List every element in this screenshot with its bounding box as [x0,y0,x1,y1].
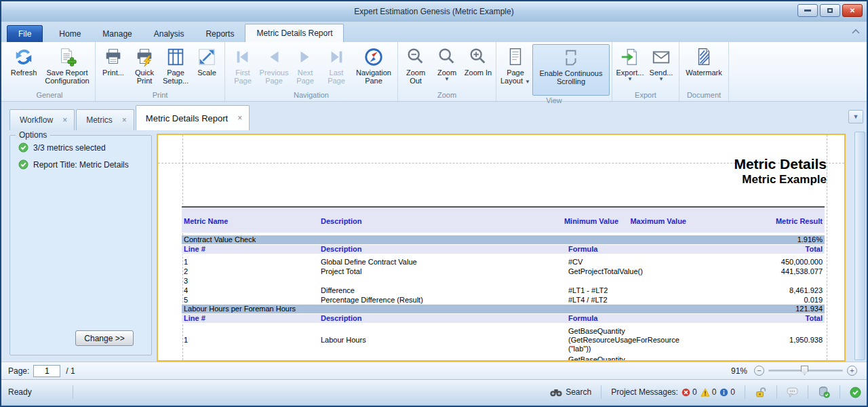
zoom-percentage: 91% [731,366,747,376]
ribbon-group-view: Page Layout ▼ Enable Continuous Scrollin… [496,42,612,101]
next-page-button: Next Page [290,44,321,85]
zoom-in-button[interactable]: Zoom In [462,44,494,77]
tab-analysis[interactable]: Analysis [143,25,195,42]
zoom-out-slider-button[interactable]: − [754,366,764,376]
tab-manage[interactable]: Manage [92,25,142,42]
zoom-slider[interactable] [768,370,843,372]
doc-tab-metric-details-report[interactable]: Metric Details Report × [136,105,250,130]
option-item-report-title: Report Title: Metric Details [18,159,151,170]
group-label-zoom: Zoom [400,90,494,100]
next-page-icon [295,45,315,69]
zoom-out-icon [406,45,426,69]
content-area: Options 3/3 metrics selected Report Titl… [1,130,867,362]
margin-guide-right [827,135,827,360]
status-ok-icon[interactable] [850,387,861,398]
zoom-slider-thumb[interactable] [801,366,808,375]
first-page-button: First Page [227,44,258,85]
doc-tab-workflow[interactable]: Workflow × [9,109,75,130]
export-button[interactable]: Export... ▼ [614,44,646,81]
vertical-scrollbar[interactable] [854,132,865,360]
tab-file[interactable]: File [7,25,43,42]
send-icon [651,45,671,69]
quick-print-icon [134,45,155,69]
group-label-document: Document [682,90,726,100]
report-table: Metric Name Description Minimum Value Ma… [182,206,825,362]
report-page: Metric Details Metric Example Metric Nam… [157,134,846,362]
error-count: 0 [682,387,697,397]
report-title: Metric Details [158,155,827,172]
ribbon-group-print: Print... Quick Print [96,42,225,101]
scale-button[interactable]: Scale [191,44,222,77]
group-label-print: Print [98,90,222,100]
page-label: Page: [8,366,29,376]
table-row: 1 Global Define Contract Value #CV 450,0… [182,257,825,267]
enable-continuous-scrolling-button[interactable]: Enable Continuous Scrolling [532,44,610,96]
tab-list-dropdown-button[interactable]: ▼ [848,110,863,123]
zoom-dropdown-button[interactable]: Zoom ▼ [431,44,462,81]
previous-page-icon [264,45,284,69]
restore-icon [827,8,833,13]
table-row: 2 Foreman Hours GetBaseQuantity (GetReso… [182,355,825,362]
zoom-out-button[interactable]: Zoom Out [400,44,431,85]
close-tab-icon[interactable]: × [62,115,67,125]
table-row: 5 Percentage Difference (Result) #LT4 / … [182,295,825,305]
save-report-configuration-button[interactable]: Save Report Configuration [41,44,93,85]
page-setup-icon [165,45,186,69]
binoculars-icon [550,387,562,398]
warning-count: 0 [701,387,717,397]
restore-button[interactable] [820,4,840,17]
chevron-down-icon: ▼ [444,77,450,81]
page-layout-button[interactable]: Page Layout ▼ [498,44,532,85]
zoom-in-slider-button[interactable]: + [847,366,857,376]
refresh-button[interactable]: Refresh [6,44,41,77]
doc-tab-metrics[interactable]: Metrics × [76,109,134,130]
navigation-pane-icon [363,45,384,69]
export-icon [620,45,640,69]
ribbon-group-export: Export... ▼ Send... ▼ Export [612,42,679,101]
group-label-navigation: Navigation [227,90,395,100]
close-button[interactable]: ✕ [842,4,863,17]
page-bar: Page: / 1 91% − + [1,362,867,379]
options-panel-title: Options [16,130,50,140]
app-window: Expert Estimation Genesis (Metric Exampl… [0,0,868,407]
table-row: 4 Difference #LT1 - #LT2 8,461.923 [182,286,825,295]
tab-metric-details-report[interactable]: Metric Details Report [245,24,344,42]
status-bar: Ready Search Project Messages: 0 0 0 [1,379,867,404]
close-tab-icon[interactable]: × [237,113,242,123]
scale-icon [197,45,217,69]
window-title: Expert Estimation Genesis (Metric Exampl… [354,7,513,16]
page-number-input[interactable] [33,365,60,377]
options-panel: Options 3/3 metrics selected Report Titl… [9,135,152,355]
lock-icon[interactable] [755,387,767,398]
watermark-icon [694,45,714,69]
check-circle-icon [18,142,28,153]
navigation-pane-button[interactable]: Navigation Pane [352,44,395,85]
ribbon-group-navigation: First Page Previous Page Next Page Last … [225,42,398,101]
search-button[interactable]: Search [550,387,591,398]
chevron-down-icon: ▼ [525,79,530,85]
report-header: Metric Details Metric Example [158,155,827,187]
tab-home[interactable]: Home [48,25,92,42]
page-layout-icon [505,45,526,69]
project-messages[interactable]: Project Messages: 0 0 0 [611,387,735,397]
chevron-down-icon: ▼ [627,77,633,81]
send-button[interactable]: Send... ▼ [646,44,677,81]
ribbon: Refresh Save Report Configuration Gene [1,42,867,102]
print-button[interactable]: Print... [98,44,129,77]
close-tab-icon[interactable]: × [122,115,127,125]
sub-header-row: Line # Description Formula Total [182,314,825,324]
page-setup-button[interactable]: Page Setup... [160,44,191,85]
watermark-button[interactable]: Watermark [682,44,726,77]
comment-icon[interactable] [787,387,798,398]
change-button[interactable]: Change >> [75,330,134,346]
minimize-button[interactable] [797,4,818,17]
minimize-icon [804,9,811,12]
zoom-icon [437,45,457,69]
database-status-icon[interactable] [818,386,830,398]
refresh-icon [14,45,34,69]
quick-print-button[interactable]: Quick Print [129,44,160,85]
collapse-ribbon-icon[interactable] [852,28,860,34]
last-page-button: Last Page [321,44,352,85]
tab-reports[interactable]: Reports [195,25,245,42]
sub-header-row: Line # Description Formula Total [182,245,825,254]
